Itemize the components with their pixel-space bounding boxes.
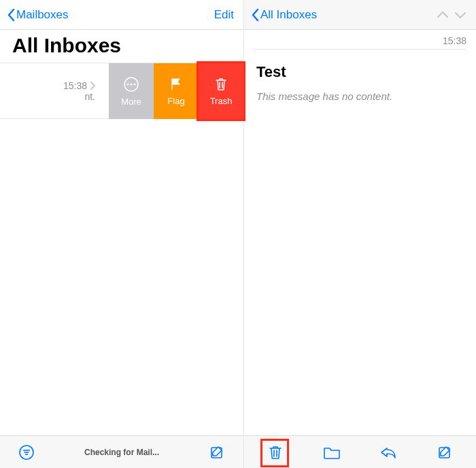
svg-point-2 xyxy=(131,83,133,85)
prev-message-button[interactable] xyxy=(437,11,449,19)
chevron-down-icon xyxy=(454,11,466,19)
trash-label: Trash xyxy=(210,96,233,106)
reply-icon xyxy=(379,445,397,460)
back-to-inboxes[interactable]: All Inboxes xyxy=(251,8,317,22)
trash-action[interactable]: Trash xyxy=(199,63,243,119)
message-screen: All Inboxes 15:38 Test This message has … xyxy=(244,0,476,468)
svg-point-1 xyxy=(127,83,129,85)
back-label: All Inboxes xyxy=(260,8,317,22)
chevron-left-icon xyxy=(251,8,259,22)
svg-point-3 xyxy=(134,83,136,85)
toolbar-right xyxy=(244,435,476,468)
time-label: 15:38 xyxy=(63,80,87,91)
compose-icon xyxy=(209,444,225,461)
reply-button[interactable] xyxy=(374,438,403,467)
delete-button[interactable] xyxy=(261,438,290,467)
navbar-right: All Inboxes xyxy=(244,0,476,30)
mail-row-swiped[interactable]: 15:38 nt. More Flag Trash xyxy=(0,63,243,119)
status-text: Checking for Mail... xyxy=(84,448,159,457)
more-label: More xyxy=(121,97,141,107)
message-nav-arrows xyxy=(437,11,469,19)
toolbar-left: Checking for Mail... xyxy=(0,435,243,468)
mail-row-time: 15:38 xyxy=(63,80,95,91)
message-content: This message has no content. xyxy=(256,90,464,102)
chevron-up-icon xyxy=(437,11,449,19)
navbar-left: Mailboxes Edit xyxy=(0,0,243,30)
filter-icon xyxy=(18,444,35,461)
back-label: Mailboxes xyxy=(16,8,69,22)
swipe-actions: More Flag Trash xyxy=(109,63,243,119)
trash-icon xyxy=(214,77,228,92)
message-body: Test This message has no content. xyxy=(244,50,476,116)
compose-button[interactable] xyxy=(203,438,231,467)
inbox-list-screen: Mailboxes Edit All Inboxes 15:38 nt. Mor… xyxy=(0,0,244,468)
flag-icon xyxy=(169,77,184,92)
flag-action[interactable]: Flag xyxy=(154,63,199,119)
message-timestamp: 15:38 xyxy=(244,30,476,49)
folder-icon xyxy=(323,445,341,460)
compose-icon xyxy=(437,444,453,461)
back-to-mailboxes[interactable]: Mailboxes xyxy=(7,8,69,22)
chevron-left-icon xyxy=(7,8,15,22)
flag-label: Flag xyxy=(167,96,184,106)
edit-button[interactable]: Edit xyxy=(214,8,237,22)
message-subject: Test xyxy=(256,63,464,81)
filter-button[interactable] xyxy=(12,438,41,467)
more-action[interactable]: More xyxy=(109,63,154,119)
more-icon xyxy=(123,76,139,93)
mail-row-snippet: nt. xyxy=(84,91,95,102)
chevron-right-icon xyxy=(90,82,95,90)
mail-row-content: 15:38 nt. xyxy=(0,63,109,119)
compose-button[interactable] xyxy=(430,438,459,467)
next-message-button[interactable] xyxy=(454,11,466,19)
page-title: All Inboxes xyxy=(0,30,243,63)
move-button[interactable] xyxy=(318,438,346,467)
trash-icon xyxy=(268,444,283,461)
